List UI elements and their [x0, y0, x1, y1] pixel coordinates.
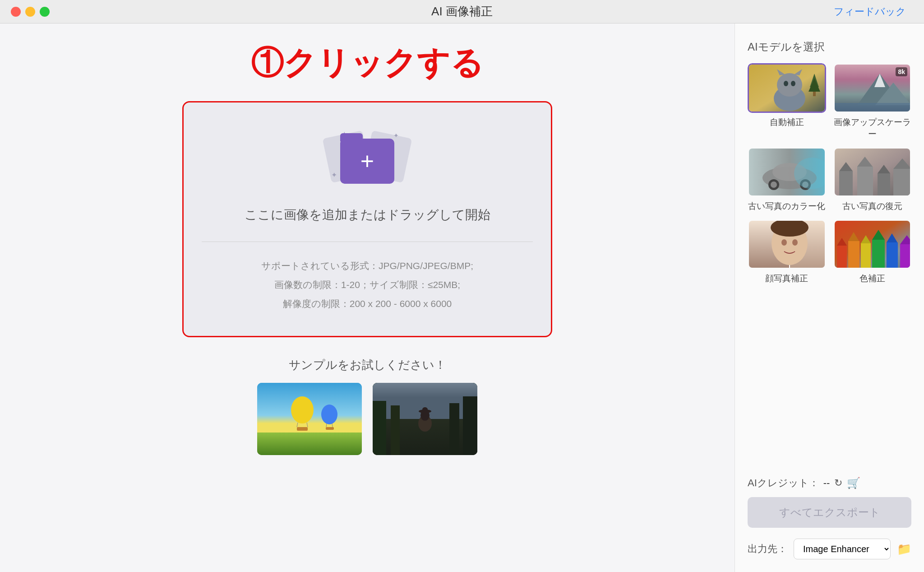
model-card-color[interactable]: 色補正	[833, 219, 912, 284]
svg-rect-14	[391, 405, 400, 455]
feedback-link[interactable]: フィードバック	[834, 5, 906, 19]
svg-rect-66	[872, 240, 885, 269]
svg-rect-5	[297, 427, 308, 431]
svg-rect-62	[848, 241, 859, 269]
instruction-text: ①クリックする	[251, 42, 484, 85]
model-thumb-upscaler: 8k	[833, 63, 912, 113]
folder-open-button[interactable]: 📁	[897, 542, 911, 556]
drop-zone-upper: + ✦ ✦ ✦ ここに画像を追加またはドラッグして開始	[202, 130, 533, 242]
sidebar: AIモデルを選択	[735, 23, 924, 572]
svg-rect-64	[861, 243, 871, 269]
credits-label: AIクレジット：	[748, 476, 819, 490]
model-card-upscaler[interactable]: 8k 画像アップスケーラー	[833, 63, 912, 140]
star-icon-3: ✦	[393, 132, 399, 139]
model-thumb-color	[833, 219, 912, 269]
drop-zone[interactable]: + ✦ ✦ ✦ ここに画像を追加またはドラッグして開始 サポートされている形式：…	[182, 101, 552, 337]
output-select[interactable]: Image Enhancer Desktop Documents	[794, 539, 891, 559]
upscaler-badge: 8k	[896, 67, 907, 76]
svg-rect-68	[887, 242, 898, 269]
svg-rect-70	[900, 244, 912, 269]
output-row: 出力先： Image Enhancer Desktop Documents 📁	[748, 539, 911, 559]
folder-icon: + ✦ ✦ ✦	[331, 130, 403, 188]
sample-image-forest[interactable]	[373, 383, 477, 455]
sidebar-section-title: AIモデルを選択	[748, 40, 911, 54]
traffic-lights	[11, 7, 50, 17]
sample-image-balloon[interactable]	[257, 383, 362, 455]
star-icon-2: ✦	[331, 171, 337, 179]
content-area: ①クリックする + ✦ ✦ ✦ ここに画像を追加またはドラッグして開始	[0, 23, 735, 572]
minimize-button[interactable]	[25, 7, 35, 17]
model-thumb-restore	[833, 147, 912, 197]
model-label-color: 色補正	[859, 273, 885, 284]
output-label: 出力先：	[748, 542, 787, 556]
svg-rect-48	[878, 173, 890, 196]
svg-point-6	[321, 405, 337, 424]
credits-value: --	[823, 477, 830, 489]
svg-rect-9	[326, 427, 334, 430]
svg-rect-15	[449, 403, 459, 455]
model-label-face: 顔写真補正	[765, 273, 808, 284]
titlebar: AI 画像補正 フィードバック	[0, 0, 924, 23]
plus-icon: +	[360, 149, 374, 173]
model-card-restore[interactable]: 古い写真の復元	[833, 147, 912, 212]
folder-main: +	[340, 139, 394, 184]
cart-icon[interactable]: 🛒	[847, 477, 860, 489]
svg-rect-50	[893, 169, 911, 196]
main-container: ①クリックする + ✦ ✦ ✦ ここに画像を追加またはドラッグして開始	[0, 23, 924, 572]
credits-row: AIクレジット： -- ↻ 🛒	[748, 476, 911, 490]
svg-rect-29	[813, 92, 816, 96]
svg-rect-34	[835, 103, 912, 113]
model-label-restore: 古い写真の復元	[842, 200, 902, 212]
svg-point-57	[781, 239, 787, 246]
model-thumb-face	[748, 219, 826, 269]
svg-point-2	[291, 396, 314, 423]
model-card-colorize[interactable]: 古い写真のカラー化	[748, 147, 826, 212]
svg-rect-19	[422, 407, 428, 412]
format-info-line1: サポートされている形式：JPG/PNG/JPEG/BMP; 画像数の制限：1-2…	[261, 256, 473, 313]
maximize-button[interactable]	[40, 7, 50, 17]
model-label-colorize: 古い写真のカラー化	[748, 200, 825, 212]
svg-rect-60	[837, 246, 847, 269]
model-thumb-colorize	[748, 147, 826, 197]
svg-rect-1	[257, 432, 362, 455]
close-button[interactable]	[11, 7, 21, 17]
svg-point-25	[784, 81, 788, 86]
svg-rect-12	[373, 401, 386, 455]
sample-title: サンプルをお試しください！	[289, 357, 446, 373]
refresh-icon[interactable]: ↻	[834, 477, 842, 489]
model-card-face[interactable]: 顔写真補正	[748, 219, 826, 284]
model-label-auto: 自動補正	[770, 116, 804, 128]
drop-text: ここに画像を追加またはドラッグして開始	[245, 206, 490, 223]
svg-point-26	[791, 81, 795, 86]
svg-rect-46	[857, 167, 873, 196]
model-thumb-auto	[748, 63, 826, 113]
svg-rect-13	[463, 396, 477, 455]
drop-zone-lower: サポートされている形式：JPG/PNG/JPEG/BMP; 画像数の制限：1-2…	[261, 242, 473, 313]
svg-point-22	[777, 73, 802, 97]
svg-point-58	[792, 239, 798, 246]
sample-images	[257, 383, 477, 455]
model-label-upscaler: 画像アップスケーラー	[833, 116, 912, 140]
sample-section: サンプルをお試しください！	[182, 357, 552, 455]
model-card-auto[interactable]: 自動補正	[748, 63, 826, 140]
app-title: AI 画像補正	[431, 4, 493, 19]
credits-area: AIクレジット： -- ↻ 🛒 すべてエクスポート 出力先： Image Enh…	[748, 476, 911, 559]
svg-point-39	[771, 181, 777, 188]
export-button[interactable]: すべてエクスポート	[748, 497, 911, 528]
model-grid: 自動補正	[748, 63, 911, 284]
svg-rect-44	[839, 171, 853, 196]
